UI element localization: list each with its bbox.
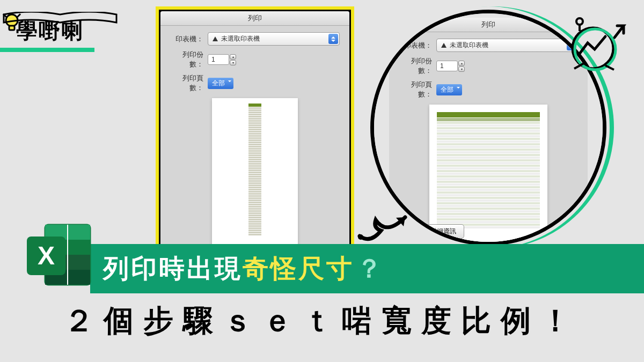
printer-value: 未選取印表機 [450, 41, 488, 50]
stock-growth-icon [564, 16, 628, 75]
svg-point-4 [358, 234, 363, 240]
dialog-title: 列印 [160, 11, 349, 26]
dropdown-arrow-icon [328, 34, 338, 44]
subheadline: ２個步驟ｓｅｔ啱寬度比例！ [0, 301, 644, 342]
learn-badge-text: 學嘢喇 [16, 19, 84, 42]
printer-label: 印表機： [170, 34, 203, 44]
stepper-icon[interactable]: ▴▾ [458, 61, 465, 71]
svg-text:X: X [38, 241, 55, 270]
badge-underline [0, 48, 94, 52]
headline-part1: 列印時出現 [103, 252, 243, 286]
printer-dropdown[interactable]: 未選取印表機 [436, 39, 578, 52]
headline-banner: 列印時出現 奇怪尺寸 ？ [90, 244, 644, 293]
copies-input[interactable]: 1 ▴▾ [436, 61, 458, 71]
transition-arrow-icon [354, 198, 419, 247]
print-preview-narrow [212, 98, 298, 254]
print-dialog-after: 列印 印表機： 未選取印表機 列印份數： 1 [389, 18, 588, 243]
subheadline-text: ２個步驟ｓｅｔ啱寬度比例！ [64, 304, 580, 337]
printer-dropdown[interactable]: 未選取印表機 [208, 32, 340, 46]
print-dialog-before: 列印 印表機： 未選取印表機 列印份數： 1 ▴▾ 列印頁數： 全部 [156, 6, 354, 264]
printer-value: 未選取印表機 [221, 34, 260, 43]
headline-part2: 奇怪尺寸 [243, 252, 354, 286]
learn-badge: 學嘢喇 [16, 16, 84, 46]
print-preview-wide [429, 105, 547, 244]
copies-input[interactable]: 1 ▴▾ [208, 54, 229, 65]
copies-label: 列印份數： [399, 56, 432, 76]
pages-dropdown[interactable]: 全部 [436, 84, 462, 95]
copies-label: 列印份數： [170, 50, 203, 69]
svg-point-7 [576, 18, 583, 25]
warning-icon [213, 36, 218, 41]
pages-dropdown[interactable]: 全部 [208, 78, 233, 89]
pages-label: 列印頁數： [399, 80, 432, 99]
warning-icon [441, 43, 447, 48]
stepper-icon[interactable]: ▴▾ [230, 54, 236, 65]
excel-icon: X [21, 217, 97, 292]
headline-question-mark: ？ [356, 252, 382, 286]
pages-label: 列印頁數： [170, 73, 203, 93]
